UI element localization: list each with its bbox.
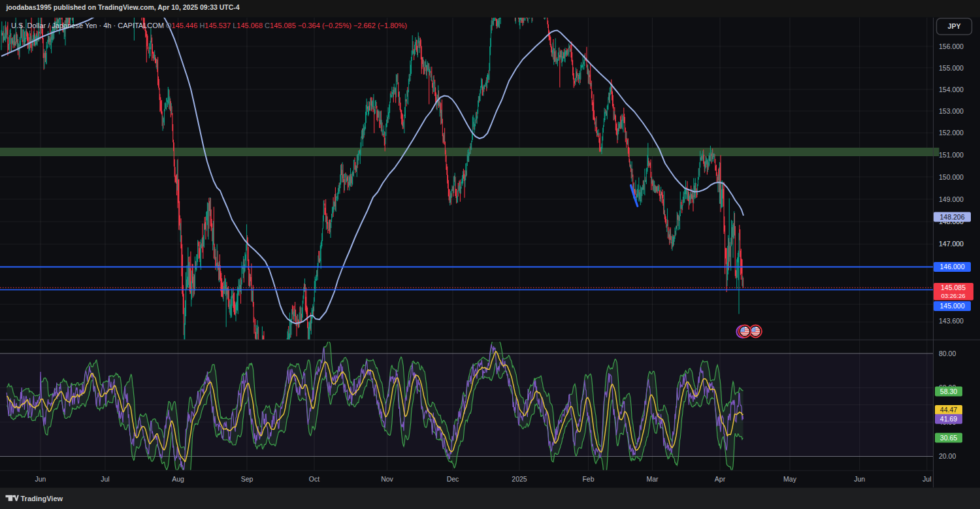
svg-text:58.30: 58.30 [940, 387, 957, 395]
svg-text:Sep: Sep [241, 475, 253, 483]
svg-text:30.65: 30.65 [940, 434, 957, 442]
svg-text:TradingView: TradingView [21, 495, 63, 502]
svg-text:Mar: Mar [646, 475, 659, 483]
svg-text:joodabas1995 published on Trad: joodabas1995 published on TradingView.co… [5, 3, 239, 11]
svg-text:41.69: 41.69 [940, 415, 957, 423]
svg-text:Jul: Jul [923, 475, 931, 483]
svg-text:149.000: 149.000 [939, 195, 964, 203]
svg-text:Nov: Nov [381, 475, 393, 483]
svg-text:May: May [783, 475, 797, 483]
svg-text:Oct: Oct [309, 475, 319, 483]
svg-text:Aug: Aug [172, 475, 184, 483]
svg-text:Dec: Dec [447, 475, 459, 483]
svg-text:146.000: 146.000 [940, 263, 965, 271]
svg-text:44.47: 44.47 [940, 406, 957, 414]
svg-text:154.000: 154.000 [939, 86, 964, 93]
svg-text:Jun: Jun [35, 475, 46, 483]
svg-text:Apr: Apr [715, 475, 726, 483]
svg-text:Jul: Jul [101, 475, 109, 483]
svg-text:145.085: 145.085 [941, 284, 966, 291]
svg-text:Feb: Feb [582, 475, 594, 483]
svg-text:143.600: 143.600 [939, 317, 964, 325]
svg-text:20.00: 20.00 [939, 452, 956, 460]
svg-text:145.000: 145.000 [940, 302, 965, 310]
svg-text:156.000: 156.000 [939, 42, 964, 50]
svg-text:151.000: 151.000 [939, 151, 964, 159]
svg-text:JPY: JPY [948, 22, 961, 30]
svg-text:U.S. Dollar / Japanese Yen · 4: U.S. Dollar / Japanese Yen · 4h · CAPITA… [11, 22, 407, 29]
svg-text:153.000: 153.000 [939, 107, 964, 115]
svg-text:155.000: 155.000 [939, 64, 964, 72]
svg-text:147.000: 147.000 [939, 240, 964, 248]
svg-text:03:26:26: 03:26:26 [941, 292, 966, 299]
svg-text:Jun: Jun [854, 475, 865, 483]
svg-text:148.206: 148.206 [940, 213, 965, 221]
svg-text:152.000: 152.000 [939, 129, 964, 137]
svg-text:150.000: 150.000 [939, 173, 964, 181]
svg-text:2025: 2025 [512, 475, 527, 483]
svg-text:80.00: 80.00 [939, 350, 956, 357]
